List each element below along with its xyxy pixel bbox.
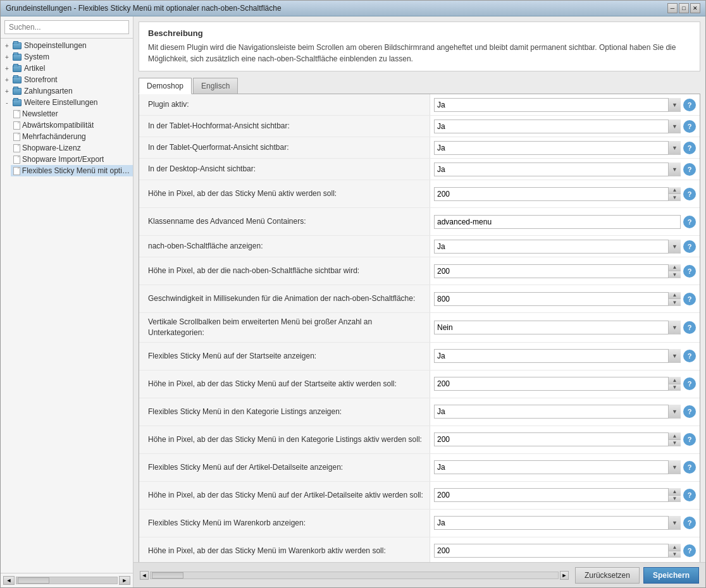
select-scrollbalken[interactable]: JaNein: [434, 321, 681, 334]
control-artikel-detail: JaNein ▼ ?: [430, 458, 700, 477]
select-nach-oben-anzeigen[interactable]: JaNein: [434, 240, 681, 254]
hscroll-left-button[interactable]: ◄: [140, 571, 149, 580]
select-desktop-ansicht[interactable]: JaNein: [434, 162, 681, 176]
hscroll-thumb: [152, 572, 183, 579]
sidebar-item-storefront[interactable]: + Storefront: [1, 74, 133, 85]
help-artikel-detail[interactable]: ?: [683, 461, 696, 474]
close-button[interactable]: ✕: [690, 3, 700, 13]
save-button[interactable]: Speichern: [643, 567, 699, 584]
spinner-wrapper-hoehe-nach-oben: ▲ ▼: [434, 264, 681, 278]
window-title: Grundeinstellungen - Flexibles Sticky Me…: [6, 4, 282, 13]
row-hoehe-artikel: Höhe in Pixel, ab der das Sticky Menü au…: [139, 482, 700, 510]
help-hoehe-warenkorb[interactable]: ?: [683, 544, 696, 557]
help-hoehe-nach-oben[interactable]: ?: [683, 265, 696, 278]
control-hoehe-warenkorb: ▲ ▼ ?: [430, 541, 700, 560]
label-scrollbalken: Vertikale Scrollbalken beim erweiterten …: [139, 313, 430, 342]
right-panel: Beschreibung Mit diesem Plugin wird die …: [133, 16, 705, 587]
spinner-hoehe-nach-oben[interactable]: [434, 264, 681, 278]
expand-icon-system: +: [3, 53, 11, 61]
select-startseite-anzeigen[interactable]: JaNein: [434, 349, 681, 363]
help-desktop-ansicht[interactable]: ?: [683, 163, 696, 176]
spin-down-hoehe-warenkorb[interactable]: ▼: [669, 551, 681, 558]
label-desktop-ansicht: In der Desktop-Ansicht sichtbar:: [139, 159, 430, 180]
select-tablet-querformat[interactable]: JaNein: [434, 141, 681, 155]
help-nach-oben-anzeigen[interactable]: ?: [683, 240, 696, 253]
spinner-btns-geschwindigkeit: ▲ ▼: [668, 292, 681, 306]
spin-up-geschwindigkeit[interactable]: ▲: [669, 292, 681, 300]
hscroll-right-button[interactable]: ►: [560, 571, 569, 580]
help-klassenname[interactable]: ?: [683, 216, 696, 228]
spin-up-hoehe-sticky[interactable]: ▲: [669, 187, 681, 195]
maximize-button[interactable]: □: [679, 3, 689, 13]
sidebar-item-artikel[interactable]: + Artikel: [1, 63, 133, 74]
spin-down-hoehe-sticky[interactable]: ▼: [669, 194, 681, 201]
reset-button[interactable]: Zurücksetzen: [575, 567, 640, 584]
sidebar-item-abwaerts[interactable]: Abwärtskompatibilität: [11, 119, 133, 131]
scroll-right-button[interactable]: ►: [119, 576, 130, 585]
help-plugin-aktiv[interactable]: ?: [683, 99, 696, 111]
horizontal-scrollbar[interactable]: [150, 572, 559, 579]
sidebar-item-newsletter[interactable]: Newsletter: [11, 108, 133, 119]
tab-demoshop[interactable]: Demoshop: [139, 78, 192, 94]
help-tablet-querformat[interactable]: ?: [683, 142, 696, 154]
sidebar-item-mehrfach[interactable]: Mehrfachänderung: [11, 131, 133, 142]
sidebar-item-sticky[interactable]: Flexibles Sticky Menü mit optio...: [11, 165, 133, 176]
help-kategorie-listings[interactable]: ?: [683, 405, 696, 418]
tab-englisch[interactable]: Englisch: [193, 78, 238, 94]
select-kategorie-listings[interactable]: JaNein: [434, 405, 681, 419]
spin-up-hoehe-nach-oben[interactable]: ▲: [669, 264, 681, 272]
spinner-hoehe-sticky[interactable]: [434, 187, 681, 201]
sidebar-scrollbar-area: ◄ ►: [1, 573, 133, 587]
doc-icon-lizenz: [13, 144, 20, 152]
select-plugin-aktiv[interactable]: JaNein: [434, 98, 681, 112]
select-wrapper-plugin-aktiv: JaNein ▼: [434, 98, 681, 112]
spin-up-hoehe-warenkorb[interactable]: ▲: [669, 544, 681, 551]
spin-down-geschwindigkeit[interactable]: ▼: [669, 299, 681, 306]
row-kategorie-listings: Flexibles Sticky Menü in den Kategorie L…: [139, 398, 700, 426]
help-hoehe-sticky[interactable]: ?: [683, 188, 696, 200]
select-artikel-detail[interactable]: JaNein: [434, 460, 681, 474]
spinner-hoehe-artikel[interactable]: [434, 488, 681, 502]
select-tablet-hochformat[interactable]: JaNein: [434, 119, 681, 133]
spinner-geschwindigkeit[interactable]: [434, 292, 681, 306]
spinner-hoehe-startseite[interactable]: [434, 377, 681, 391]
sidebar-item-zahlungsarten[interactable]: + Zahlungsarten: [1, 85, 133, 97]
select-wrapper-artikel-detail: JaNein ▼: [434, 460, 681, 474]
spinner-hoehe-kategorie[interactable]: [434, 432, 681, 446]
sidebar-item-weitere[interactable]: - Weitere Einstellungen: [1, 97, 133, 108]
label-hoehe-sticky: Höhe in Pixel, ab der das Sticky Menü ak…: [139, 180, 430, 207]
help-startseite-anzeigen[interactable]: ?: [683, 350, 696, 362]
sidebar-item-import[interactable]: Shopware Import/Export: [11, 154, 133, 165]
row-tablet-hochformat: In der Tablet-Hochformat-Ansicht sichtba…: [139, 116, 700, 137]
scroll-left-button[interactable]: ◄: [3, 576, 15, 585]
spin-down-hoehe-startseite[interactable]: ▼: [669, 384, 681, 391]
control-nach-oben-anzeigen: JaNein ▼ ?: [430, 237, 700, 256]
help-tablet-hochformat[interactable]: ?: [683, 120, 696, 133]
help-hoehe-artikel[interactable]: ?: [683, 489, 696, 501]
minimize-button[interactable]: ─: [667, 3, 678, 13]
label-warenkorb: Flexibles Sticky Menü im Warenkorb anzei…: [139, 510, 430, 537]
help-hoehe-startseite[interactable]: ?: [683, 377, 696, 390]
help-hoehe-kategorie[interactable]: ?: [683, 433, 696, 446]
search-box: [1, 16, 133, 39]
spinner-btns-hoehe-kategorie: ▲ ▼: [668, 432, 681, 446]
spinner-hoehe-warenkorb[interactable]: [434, 544, 681, 558]
spin-up-hoehe-kategorie[interactable]: ▲: [669, 432, 681, 440]
help-scrollbalken[interactable]: ?: [683, 321, 696, 334]
sidebar-item-lizenz[interactable]: Shopware-Lizenz: [11, 142, 133, 154]
control-hoehe-artikel: ▲ ▼ ?: [430, 486, 700, 505]
sidebar-item-system[interactable]: + System: [1, 51, 133, 63]
help-geschwindigkeit[interactable]: ?: [683, 293, 696, 305]
spin-down-hoehe-nach-oben[interactable]: ▼: [669, 271, 681, 278]
help-warenkorb[interactable]: ?: [683, 517, 696, 529]
spin-down-hoehe-kategorie[interactable]: ▼: [669, 440, 681, 447]
spin-up-hoehe-startseite[interactable]: ▲: [669, 377, 681, 384]
select-warenkorb[interactable]: JaNein: [434, 516, 681, 530]
input-klassenname[interactable]: [434, 215, 681, 229]
control-tablet-querformat: JaNein ▼ ?: [430, 138, 700, 157]
spin-up-hoehe-artikel[interactable]: ▲: [669, 488, 681, 496]
control-kategorie-listings: JaNein ▼ ?: [430, 402, 700, 421]
sidebar-item-shopeinstellungen[interactable]: + Shopeinstellungen: [1, 40, 133, 51]
search-input[interactable]: [4, 20, 129, 34]
spin-down-hoehe-artikel[interactable]: ▼: [669, 496, 681, 503]
